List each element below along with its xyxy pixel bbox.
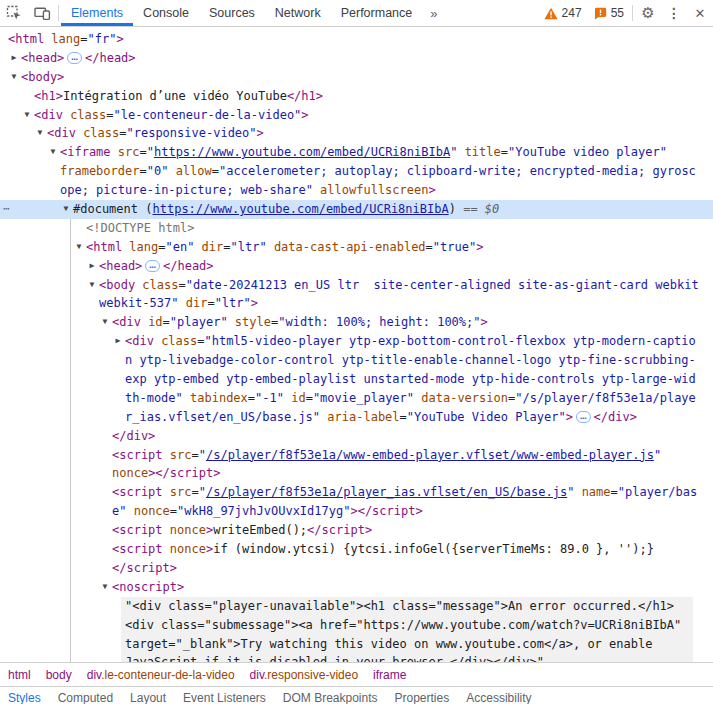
kebab-menu-icon[interactable]: ⋮: [661, 0, 687, 26]
dom-tree-row[interactable]: <script nonce>if (window.ytcsi) {ytcsi.i…: [0, 540, 713, 559]
dom-tree-row[interactable]: ▼<body>: [0, 68, 713, 87]
dom-tree-row[interactable]: <script src="/s/player/f8f53e1a/player_i…: [0, 483, 713, 502]
dom-tree-row[interactable]: frameborder="0" allow="accelerometer; au…: [0, 162, 713, 181]
dom-tree-row[interactable]: ope; picture-in-picture; web-share" allo…: [0, 181, 713, 200]
dom-tree-row[interactable]: ▶<head>…</head>: [0, 257, 713, 276]
breadcrumb: htmlbodydiv.le-conteneur-de-la-videodiv.…: [0, 662, 713, 687]
issues-badge[interactable]: 55: [588, 0, 630, 26]
code-segment: "0": [147, 164, 169, 178]
breadcrumb-item[interactable]: div.responsive-video: [250, 668, 359, 682]
expander-down-icon[interactable]: ▼: [60, 200, 72, 219]
dom-tree-row[interactable]: th-mode" tabindex="-1" id="movie_player"…: [0, 389, 713, 408]
expander-down-icon[interactable]: ▼: [21, 106, 33, 125]
code-segment: src: [111, 145, 140, 159]
settings-gear-icon[interactable]: ⚙: [635, 0, 661, 26]
panel-tab-computed[interactable]: Computed: [58, 691, 113, 704]
dom-tree-row[interactable]: ▼<div class="responsive-video">: [0, 124, 713, 143]
expander-down-icon[interactable]: ▼: [47, 143, 59, 162]
expander-right-icon[interactable]: ▶: [8, 49, 20, 68]
console-warnings-badge[interactable]: 247: [538, 0, 588, 26]
expander-right-icon[interactable]: ▶: [112, 332, 124, 351]
dom-tree-row[interactable]: ▼<iframe src="https://www.youtube.com/em…: [0, 143, 713, 162]
dom-tree-row[interactable]: </script>: [0, 559, 713, 578]
dom-tree-row[interactable]: "<div class="player-unavailable"><h1 cla…: [0, 597, 713, 616]
breadcrumb-segment: .le-conteneur-de-la-video: [101, 668, 234, 682]
code-segment: nonce: [126, 504, 169, 518]
resource-link[interactable]: /s/player/f8f53e1a/player_ias.vflset/en_…: [206, 485, 567, 499]
dom-tree-row[interactable]: target="_blank">Try watching this video …: [0, 635, 713, 654]
dom-tree-row[interactable]: <!DOCTYPE html>: [0, 219, 713, 238]
row-overflow-dots-icon[interactable]: ⋯: [3, 200, 11, 219]
tab-sources[interactable]: Sources: [199, 0, 265, 26]
dom-tree-row[interactable]: r_ias.vflset/en_US/base.js" aria-label="…: [0, 408, 713, 427]
expander-down-icon[interactable]: ▼: [99, 578, 111, 597]
expander-down-icon[interactable]: ▼: [34, 124, 46, 143]
dom-tree-row[interactable]: ▼<html lang="en" dir="ltr" data-cast-api…: [0, 238, 713, 257]
breadcrumb-item[interactable]: div.le-conteneur-de-la-video: [87, 668, 235, 682]
breadcrumb-item[interactable]: iframe: [373, 668, 406, 682]
dom-tree-row[interactable]: ▶<head>…</head>: [0, 49, 713, 68]
code-segment: "le-conteneur-de-la-video": [114, 108, 302, 122]
dom-tree-row[interactable]: </div>: [0, 427, 713, 446]
expander-down-icon[interactable]: ▼: [73, 238, 85, 257]
expander-down-icon[interactable]: ▼: [86, 276, 98, 295]
expander-down-icon[interactable]: ▼: [99, 313, 111, 332]
expander-right-icon[interactable]: ▶: [86, 257, 98, 276]
dom-tree-row[interactable]: n ytp-livebadge-color-control ytp-title-…: [0, 351, 713, 370]
dom-tree-row[interactable]: ▼<body class="date-20241213 en_US ltr si…: [0, 276, 713, 295]
tab-elements[interactable]: Elements: [61, 0, 133, 26]
code-segment: =: [191, 485, 198, 499]
dom-tree-row[interactable]: ▼<div id="player" style="width: 100%; he…: [0, 313, 713, 332]
tab-network[interactable]: Network: [265, 0, 331, 26]
breadcrumb-item[interactable]: body: [46, 668, 72, 682]
code-segment: </script>: [307, 523, 372, 537]
dom-tree-row[interactable]: ⋯▼#document (https://www.youtube.com/emb…: [0, 200, 713, 219]
code-segment: "en": [165, 240, 194, 254]
code-segment: <script: [112, 523, 163, 537]
warning-triangle-icon: [544, 7, 558, 20]
panel-tab-styles[interactable]: Styles: [8, 691, 41, 704]
code-segment: allowfullscreen: [313, 183, 429, 197]
more-tabs-button[interactable]: »: [422, 0, 445, 26]
ellipsis-expand-button[interactable]: …: [67, 52, 82, 64]
device-toolbar-icon[interactable]: [28, 0, 56, 26]
panel-tab-dom-breakpoints[interactable]: DOM Breakpoints: [283, 691, 378, 704]
inspect-cursor-icon[interactable]: [0, 0, 28, 26]
dom-tree-row[interactable]: ▼<div class="le-conteneur-de-la-video">: [0, 106, 713, 125]
code-segment: id: [284, 391, 306, 405]
code-segment: "date-20241213 en_US ltr site-center-ali…: [186, 278, 699, 292]
panel-tab-accessibility[interactable]: Accessibility: [466, 691, 531, 704]
dom-tree-row[interactable]: e" nonce="wkH8_97jvhJvOUvxId17yg"></scri…: [0, 502, 713, 521]
close-icon[interactable]: ✕: [687, 0, 713, 26]
code-segment: allow: [168, 164, 211, 178]
panel-tab-properties[interactable]: Properties: [395, 691, 450, 704]
resource-link[interactable]: https://www.youtube.com/embed/UCRi8niBIb…: [154, 145, 450, 159]
dom-tree-row[interactable]: webkit-537" dir="ltr">: [0, 294, 713, 313]
tab-console[interactable]: Console: [133, 0, 199, 26]
dom-tree-row[interactable]: exp ytp-embed ytp-embed-playlist unstart…: [0, 370, 713, 389]
expander-down-icon[interactable]: ▼: [8, 68, 20, 87]
dom-tree-row[interactable]: <h1>Intégration d’une vidéo YouTube</h1>: [0, 87, 713, 106]
breadcrumb-segment: html: [8, 668, 31, 682]
dom-tree-row[interactable]: <script nonce>writeEmbed();</script>: [0, 521, 713, 540]
dom-tree-row[interactable]: <html lang="fr">: [0, 30, 713, 49]
code-segment: <script: [112, 485, 163, 499]
code-segment: >: [476, 240, 483, 254]
dom-tree-row[interactable]: <script src="/s/player/f8f53e1a/www-embe…: [0, 446, 713, 465]
dom-tree-row[interactable]: ▶<div class="html5-video-player ytp-exp-…: [0, 332, 713, 351]
dom-tree-row[interactable]: nonce></script>: [0, 464, 713, 483]
dom-tree-row[interactable]: ▼<noscript>: [0, 578, 713, 597]
code-segment: =: [139, 145, 146, 159]
panel-tab-event-listeners[interactable]: Event Listeners: [183, 691, 266, 704]
resource-link[interactable]: /s/player/f8f53e1a/www-embed-player.vfls…: [206, 448, 654, 462]
code-segment: "responsive-video": [127, 126, 257, 140]
resource-link[interactable]: https://www.youtube.com/embed/UCRi8niBIb…: [152, 202, 448, 216]
breadcrumb-item[interactable]: html: [8, 668, 31, 682]
tab-performance[interactable]: Performance: [331, 0, 423, 26]
panel-tab-layout[interactable]: Layout: [130, 691, 166, 704]
ellipsis-expand-button[interactable]: …: [145, 260, 160, 272]
dom-tree-row[interactable]: <div class="submessage"><a href="https:/…: [0, 616, 713, 635]
dom-tree-row[interactable]: JavaScript if it is disabled in your bro…: [0, 653, 713, 662]
code-segment: </div>: [594, 410, 637, 424]
ellipsis-expand-button[interactable]: …: [576, 411, 591, 423]
